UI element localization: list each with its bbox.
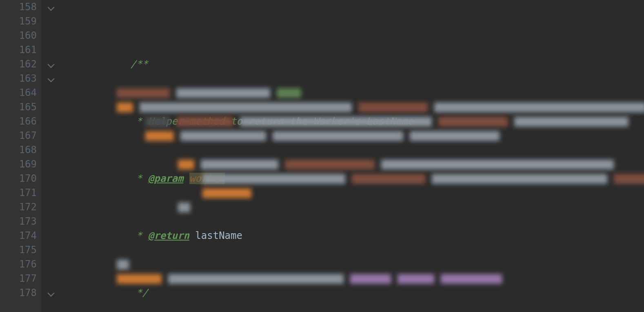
fold-handle-icon[interactable] [48, 290, 55, 297]
redacted-token [441, 274, 502, 284]
code-area[interactable]: /** * Helper method to return the Worker… [60, 0, 644, 312]
redacted-line [117, 272, 502, 286]
redacted-token [168, 274, 344, 284]
redacted-token [145, 117, 170, 127]
line-number: 158 [0, 0, 37, 14]
redacted-line [178, 157, 614, 172]
redacted-line [117, 257, 129, 272]
line-number: 159 [0, 14, 37, 29]
line-number: 176 [0, 257, 37, 272]
redacted-line [117, 86, 301, 100]
redacted-token [201, 160, 278, 169]
line-number-gutter: 1581591601611621631641651661671681691701… [0, 0, 41, 312]
redacted-token [381, 160, 614, 169]
redacted-line [202, 186, 251, 200]
redacted-token [202, 188, 251, 198]
redacted-token [432, 174, 607, 184]
redacted-line [145, 114, 628, 129]
line-number: 166 [0, 114, 37, 129]
redacted-token [614, 174, 644, 184]
redacted-token [176, 88, 270, 98]
fold-handle-icon[interactable] [48, 61, 55, 68]
line-number: 165 [0, 100, 37, 114]
redacted-token [140, 103, 352, 112]
redacted-line [178, 200, 190, 214]
redacted-token [434, 103, 644, 112]
redacted-token [117, 260, 129, 270]
doc-comment-star: * [130, 230, 148, 241]
line-number: 173 [0, 214, 37, 229]
line-number: 171 [0, 186, 37, 200]
redacted-token [277, 88, 301, 98]
redacted-token [398, 274, 434, 284]
line-number: 160 [0, 29, 37, 43]
redacted-token [178, 203, 190, 212]
fold-column [41, 0, 60, 312]
redacted-token [410, 131, 500, 141]
line-number: 174 [0, 229, 37, 243]
redacted-token [514, 117, 628, 127]
code-line[interactable]: * @return lastName [60, 229, 644, 243]
code-line[interactable]: /** [60, 57, 644, 71]
redacted-token [273, 131, 403, 141]
redacted-token [117, 274, 162, 284]
redacted-token [117, 88, 170, 98]
line-number: 177 [0, 272, 37, 286]
line-number: 167 [0, 129, 37, 143]
redacted-token [178, 160, 194, 169]
line-number: 162 [0, 57, 37, 71]
line-number: 163 [0, 71, 37, 86]
redacted-token [358, 103, 428, 112]
doc-comment-close: */ [130, 287, 148, 299]
redacted-token [352, 174, 425, 184]
doc-tag-return: @return [148, 230, 189, 241]
redacted-token [350, 274, 391, 284]
doc-comment-star: * [130, 173, 148, 184]
redacted-token [438, 117, 508, 127]
doc-comment-open: /** [130, 58, 148, 70]
doc-return-name: lastName [195, 230, 242, 241]
line-number: 164 [0, 86, 37, 100]
redacted-line [117, 100, 644, 114]
redacted-line [145, 129, 500, 143]
fold-handle-icon[interactable] [48, 4, 55, 11]
line-number: 168 [0, 143, 37, 157]
redacted-token [117, 103, 133, 112]
code-line[interactable]: */ [60, 286, 644, 300]
code-editor[interactable]: 1581591601611621631641651661671681691701… [0, 0, 644, 312]
redacted-token [145, 131, 174, 141]
fold-handle-icon[interactable] [48, 76, 55, 82]
line-number: 175 [0, 243, 37, 257]
line-number: 169 [0, 157, 37, 172]
redacted-token [240, 117, 432, 127]
redacted-token [176, 117, 233, 127]
line-number: 170 [0, 172, 37, 186]
redacted-token [202, 174, 345, 184]
doc-tag-param: @param [148, 173, 184, 184]
redacted-token [285, 160, 375, 169]
redacted-line [202, 172, 644, 186]
redacted-token [180, 131, 266, 141]
line-number: 172 [0, 200, 37, 214]
line-number: 161 [0, 43, 37, 57]
line-number: 178 [0, 286, 37, 300]
